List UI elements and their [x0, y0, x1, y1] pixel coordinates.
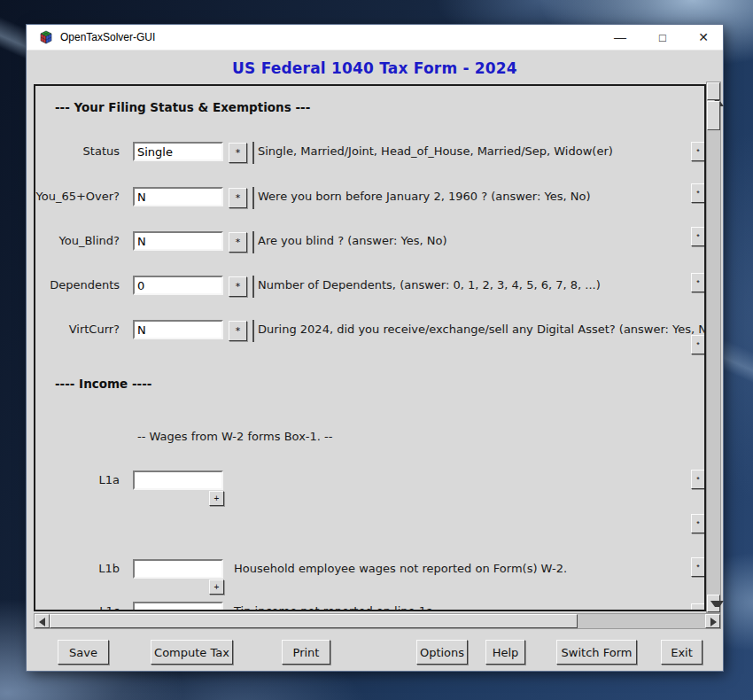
field-description: Number of Dependents, (answer: 0, 1, 2, … [258, 276, 601, 295]
field-label: Dependents [35, 276, 120, 295]
l1a-input[interactable] [133, 471, 223, 490]
dependents-expand-button[interactable]: * [229, 276, 247, 297]
field-label: L1b [35, 559, 120, 579]
l1c-input[interactable] [133, 602, 223, 611]
form-scroll-area: --- Your Filing Status & Exemptions --- … [34, 84, 706, 611]
field-description: Household employee wages not reported on… [234, 559, 567, 579]
side-expand-button[interactable]: * [691, 335, 705, 354]
left-arrow-icon [39, 618, 45, 626]
form-row-virtcurr: VirtCurr? * During 2024, did you receive… [35, 320, 704, 343]
exit-button[interactable]: Exit [661, 640, 703, 665]
field-description: Were you born before January 2, 1960 ? (… [258, 187, 590, 206]
l1a-add-button[interactable]: + [209, 491, 224, 506]
form-row-l1c: L1c Tip income not reported on line 1a [35, 602, 704, 611]
form-row-dependents: Dependents * Number of Dependents, (answ… [35, 276, 704, 299]
side-expand-button[interactable]: * [691, 557, 705, 577]
close-button[interactable]: ✕ [689, 25, 718, 51]
virtcurr-expand-button[interactable]: * [229, 321, 247, 341]
status-expand-button[interactable]: * [229, 143, 247, 163]
scroll-left-button[interactable] [35, 614, 50, 628]
form-row-65over: You_65+Over? * Were you born before Janu… [35, 187, 704, 210]
l1b-input[interactable] [133, 559, 223, 579]
window-title: OpenTaxSolver-GUI [60, 31, 155, 43]
field-description: Are you blind ? (answer: Yes, No) [258, 231, 447, 251]
page-title: US Federal 1040 Tax Form - 2024 [27, 59, 723, 77]
status-input[interactable] [133, 142, 223, 161]
65over-input[interactable] [133, 187, 223, 206]
horizontal-scrollbar-thumb[interactable] [50, 614, 578, 628]
compute-tax-button[interactable]: Compute Tax [151, 640, 233, 665]
vertical-scrollbar[interactable] [706, 82, 721, 613]
blind-expand-button[interactable]: * [229, 232, 247, 253]
virtcurr-input[interactable] [133, 320, 223, 339]
side-expand-button[interactable]: * [691, 470, 705, 489]
desktop: { "window": { "title": "OpenTaxSolver-GU… [0, 0, 753, 700]
maximize-button[interactable]: □ [648, 25, 677, 51]
field-label: VirtCurr? [35, 320, 120, 339]
l1b-add-button[interactable]: + [209, 579, 224, 595]
blind-input[interactable] [133, 231, 223, 251]
field-label: Status [35, 142, 120, 161]
field-label: You_65+Over? [35, 187, 120, 206]
side-expand-button[interactable]: * [691, 603, 705, 611]
form-row-status: Status * Single, Married/Joint, Head_of_… [35, 142, 704, 165]
side-expand-button[interactable]: * [691, 514, 705, 533]
switch-form-button[interactable]: Switch Form [556, 640, 637, 665]
side-expand-button[interactable]: * [691, 227, 705, 246]
scroll-down-button[interactable] [707, 595, 720, 612]
save-button[interactable]: Save [58, 640, 109, 665]
app-cube-icon [39, 30, 53, 44]
field-label: L1a [35, 471, 120, 490]
side-expand-button[interactable]: * [691, 142, 705, 161]
help-button[interactable]: Help [485, 640, 525, 665]
vertical-scrollbar-thumb[interactable] [707, 101, 720, 130]
dependents-input[interactable] [133, 276, 223, 295]
separator [252, 231, 254, 253]
separator [252, 142, 254, 164]
scroll-up-button[interactable] [707, 82, 720, 100]
field-label: You_Blind? [35, 231, 120, 251]
side-expand-button[interactable]: * [691, 183, 705, 203]
wages-note: -- Wages from W-2 forms Box-1. -- [137, 430, 332, 443]
form-row-l1a: L1a + [35, 471, 704, 494]
options-button[interactable]: Options [416, 640, 468, 665]
right-arrow-icon [710, 618, 717, 626]
side-expand-button[interactable]: * [691, 273, 705, 292]
horizontal-scrollbar[interactable] [34, 613, 721, 629]
titlebar[interactable]: OpenTaxSolver-GUI — □ ✕ [27, 25, 723, 51]
app-window: OpenTaxSolver-GUI — □ ✕ US Federal 1040 … [27, 25, 723, 671]
field-description: Tip income not reported on line 1a [234, 602, 433, 611]
65over-expand-button[interactable]: * [229, 188, 247, 208]
minimize-button[interactable]: — [606, 25, 634, 51]
form-row-blind: You_Blind? * Are you blind ? (answer: Ye… [35, 231, 704, 254]
separator [252, 187, 254, 209]
section-income: ---- Income ---- [55, 377, 151, 391]
field-description: Single, Married/Joint, Head_of_House, Ma… [258, 142, 613, 161]
scroll-right-button[interactable] [705, 614, 720, 628]
form-row-l1b: L1b + Household employee wages not repor… [35, 559, 704, 582]
separator [252, 320, 254, 342]
separator [252, 276, 254, 298]
field-label: L1c [35, 602, 120, 611]
section-filing-status: --- Your Filing Status & Exemptions --- [55, 100, 310, 114]
field-description: During 2024, did you receive/exchange/se… [258, 320, 706, 339]
print-button[interactable]: Print [282, 640, 330, 665]
